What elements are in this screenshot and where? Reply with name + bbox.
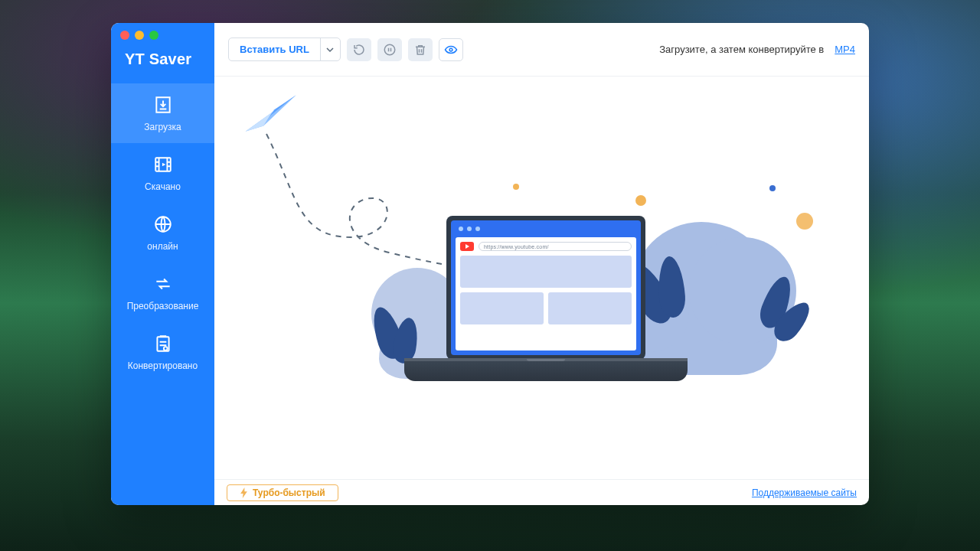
decorative-dot [796, 213, 813, 230]
minimize-window-button[interactable] [135, 31, 144, 40]
paste-url-split-button: Вставить URL [228, 37, 341, 61]
delete-button[interactable] [408, 38, 433, 61]
maximize-window-button[interactable] [149, 31, 158, 40]
pause-all-button[interactable] [377, 38, 402, 61]
window-controls [111, 23, 214, 44]
sidebar: YT Saver Загрузка Скачано [111, 23, 214, 505]
convert-icon [152, 273, 174, 295]
chevron-down-icon [326, 46, 334, 54]
sidebar-item-online[interactable]: онлайн [111, 203, 214, 262]
app-title: YT Saver [111, 44, 214, 83]
empty-state-canvas: https://www.youtube.com/ [214, 77, 869, 479]
svg-point-4 [384, 44, 395, 55]
decorative-dot [769, 185, 776, 191]
lightning-icon [240, 487, 248, 498]
illustration-url-bar: https://www.youtube.com/ [479, 242, 632, 251]
trash-icon [413, 43, 427, 57]
browser-chrome-dots [456, 225, 636, 233]
youtube-icon [460, 242, 474, 251]
convert-format-link[interactable]: MP4 [835, 44, 855, 55]
sidebar-item-download[interactable]: Загрузка [111, 83, 214, 143]
turbo-label: Турбо-быстрый [253, 487, 325, 498]
sidebar-item-convert[interactable]: Преобразование [111, 262, 214, 322]
toolbar: Вставить URL Загрузи [214, 23, 869, 77]
sidebar-item-label: Преобразование [127, 301, 199, 311]
sidebar-item-label: Загрузка [144, 122, 181, 132]
sidebar-nav: Загрузка Скачано онлайн [111, 83, 214, 382]
paste-url-button[interactable]: Вставить URL [229, 38, 320, 60]
eye-icon [444, 43, 458, 57]
sidebar-item-converted[interactable]: Конвертировано [111, 322, 214, 382]
pause-icon [383, 43, 397, 57]
sidebar-item-label: Конвертировано [128, 360, 198, 371]
close-window-button[interactable] [120, 31, 129, 40]
decorative-dot [635, 195, 646, 206]
convert-hint-text: Загрузите, а затем конвертируйте в [659, 44, 824, 55]
turbo-button[interactable]: Турбо-быстрый [227, 484, 338, 501]
sidebar-item-label: Скачано [145, 181, 181, 192]
download-icon [152, 94, 174, 116]
paste-url-dropdown[interactable] [320, 38, 340, 60]
footer-bar: Турбо-быстрый Поддерживаемые сайты [214, 479, 869, 505]
svg-point-5 [449, 48, 452, 51]
laptop-illustration: https://www.youtube.com/ [404, 216, 688, 381]
retry-icon [352, 43, 366, 57]
globe-icon [152, 214, 174, 235]
sidebar-item-downloaded[interactable]: Скачано [111, 143, 214, 203]
app-window: YT Saver Загрузка Скачано [111, 23, 869, 505]
supported-sites-link[interactable]: Поддерживаемые сайты [752, 487, 857, 498]
sidebar-item-label: онлайн [147, 241, 178, 252]
decorative-dot [513, 184, 519, 190]
film-icon [152, 154, 174, 175]
preview-button[interactable] [439, 38, 463, 61]
svg-point-3 [163, 347, 167, 350]
desktop-background: YT Saver Загрузка Скачано [0, 0, 980, 551]
empty-state-illustration: https://www.youtube.com/ [214, 77, 869, 479]
clipboard-icon [152, 333, 174, 354]
main-area: Вставить URL Загрузи [214, 23, 869, 505]
retry-button[interactable] [347, 38, 371, 61]
